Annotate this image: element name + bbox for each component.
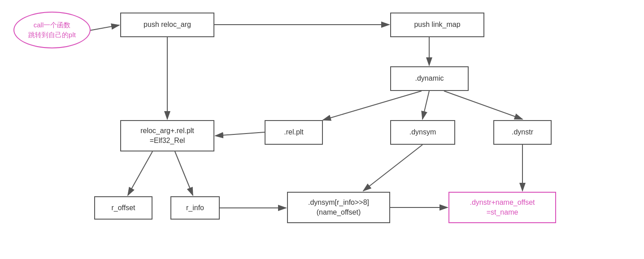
r-info-node: r_info <box>170 196 220 220</box>
reloc-arg-elf-label: reloc_arg+.rel.plt =Elf32_Rel <box>140 126 194 146</box>
dynstr-label: .dynstr <box>512 127 533 137</box>
reloc-arg-elf-node: reloc_arg+.rel.plt =Elf32_Rel <box>120 120 214 151</box>
dynstr-node: .dynstr <box>493 120 552 145</box>
svg-line-2 <box>90 25 119 30</box>
svg-line-9 <box>215 132 265 136</box>
dynstr-name-node: .dynstr+name_offset =st_name <box>448 192 556 223</box>
svg-line-10 <box>128 151 152 195</box>
svg-line-11 <box>175 151 193 195</box>
svg-line-8 <box>444 91 522 119</box>
push-reloc-arg-label: push reloc_arg <box>144 20 191 30</box>
push-link-map-node: push link_map <box>390 13 484 37</box>
call-function-label: call一个函数 跳转到自己的plt <box>28 20 76 40</box>
dynsym-rinfo-label: .dynsym[r_info>>8] (name_offset) <box>308 198 369 218</box>
dynamic-label: .dynamic <box>415 73 444 83</box>
r-offset-node: r_offset <box>94 196 152 220</box>
dynsym-rinfo-node: .dynsym[r_info>>8] (name_offset) <box>287 192 390 223</box>
r-info-label: r_info <box>186 203 204 213</box>
rel-plt-label: .rel.plt <box>284 127 304 137</box>
svg-line-7 <box>422 91 429 119</box>
dynsym-label: .dynsym <box>409 127 436 137</box>
svg-line-13 <box>363 145 422 191</box>
dynstr-name-label: .dynstr+name_offset =st_name <box>470 198 535 218</box>
dynsym-node: .dynsym <box>390 120 455 145</box>
call-function-node: call一个函数 跳转到自己的plt <box>13 12 91 48</box>
diagram: call一个函数 跳转到自己的plt push reloc_arg push l… <box>0 0 644 259</box>
dynamic-node: .dynamic <box>390 66 469 91</box>
svg-line-6 <box>323 91 422 120</box>
push-reloc-arg-node: push reloc_arg <box>120 13 214 37</box>
push-link-map-label: push link_map <box>414 20 460 30</box>
rel-plt-node: .rel.plt <box>265 120 323 145</box>
r-offset-label: r_offset <box>111 203 135 213</box>
